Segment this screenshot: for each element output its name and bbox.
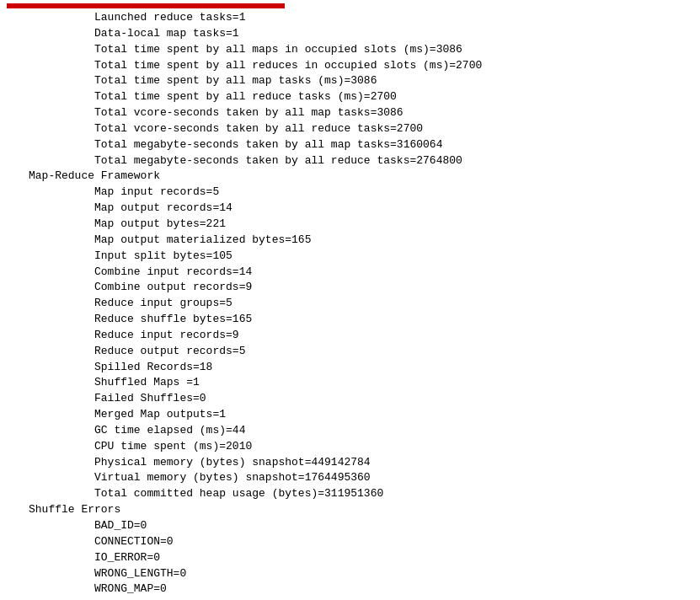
terminal-line: Total time spent by all map tasks (ms)=3…: [7, 73, 693, 89]
terminal-line: BAD_ID=0: [7, 518, 693, 534]
terminal-line: WRONG_LENGTH=0: [7, 566, 693, 582]
terminal-line: Total megabyte-seconds taken by all redu…: [7, 153, 693, 169]
terminal-line: Launched reduce tasks=1: [7, 10, 693, 26]
terminal-line: IO_ERROR=0: [7, 550, 693, 566]
terminal-line: Map output materialized bytes=165: [7, 233, 693, 249]
terminal-line: Combine input records=14: [7, 265, 693, 281]
terminal-line: Total megabyte-seconds taken by all map …: [7, 137, 693, 153]
terminal-line: Shuffle Errors: [7, 502, 693, 518]
terminal-line: WRONG_MAP=0: [7, 581, 693, 597]
terminal-line: Reduce shuffle bytes=165: [7, 312, 693, 328]
terminal-line: Merged Map outputs=1: [7, 407, 693, 423]
terminal-line: Map input records=5: [7, 185, 693, 201]
terminal-line: Total committed heap usage (bytes)=31195…: [7, 486, 693, 502]
top-bar: [7, 3, 285, 8]
terminal-line: Map output records=14: [7, 201, 693, 217]
terminal-line: Total time spent by all maps in occupied…: [7, 42, 693, 58]
terminal-line: Reduce input records=9: [7, 328, 693, 344]
terminal-line: GC time elapsed (ms)=44: [7, 423, 693, 439]
terminal-line: Reduce output records=5: [7, 344, 693, 360]
terminal-line: Total vcore-seconds taken by all map tas…: [7, 105, 693, 121]
terminal-line: Shuffled Maps =1: [7, 375, 693, 391]
terminal-line: Total vcore-seconds taken by all reduce …: [7, 121, 693, 137]
terminal-line: Total time spent by all reduces in occup…: [7, 58, 693, 74]
terminal-line: CONNECTION=0: [7, 534, 693, 550]
terminal-line: Map-Reduce Framework: [7, 169, 693, 185]
terminal-container: Launched reduce tasks=1Data-local map ta…: [0, 0, 700, 600]
terminal-line: Physical memory (bytes) snapshot=4491427…: [7, 455, 693, 471]
terminal-line: Total time spent by all reduce tasks (ms…: [7, 89, 693, 105]
terminal-line: Failed Shuffles=0: [7, 391, 693, 407]
terminal-content: Launched reduce tasks=1Data-local map ta…: [7, 10, 693, 600]
terminal-line: Reduce input groups=5: [7, 296, 693, 312]
terminal-line: Virtual memory (bytes) snapshot=17644953…: [7, 470, 693, 486]
terminal-line: CPU time spent (ms)=2010: [7, 439, 693, 455]
terminal-line: Map output bytes=221: [7, 217, 693, 233]
terminal-line: Data-local map tasks=1: [7, 26, 693, 42]
terminal-line: Spilled Records=18: [7, 360, 693, 376]
terminal-line: Input split bytes=105: [7, 249, 693, 265]
terminal-line: Combine output records=9: [7, 280, 693, 296]
